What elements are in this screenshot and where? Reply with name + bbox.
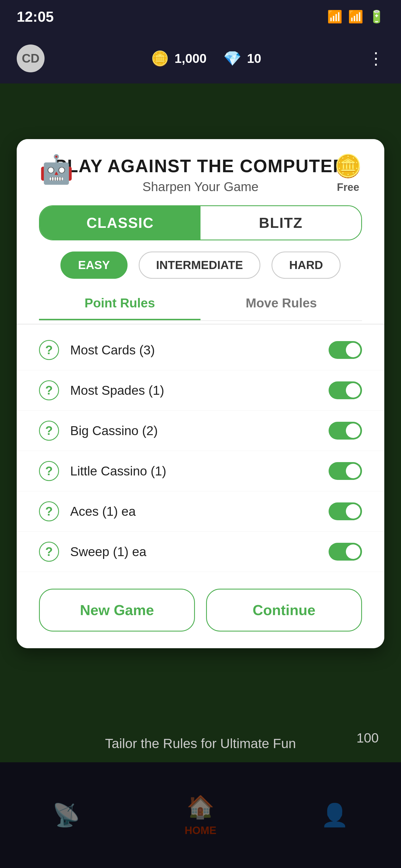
rule-item-big-cassino: ? Big Cassino (2)	[17, 411, 384, 451]
continue-button[interactable]: Continue	[206, 589, 362, 631]
status-bar: 12:05 📶 📶 🔋	[0, 0, 401, 33]
modal-header: 🤖 PLAY AGAINST THE COMPUTER Sharpen Your…	[17, 139, 384, 205]
tab-classic[interactable]: CLASSIC	[40, 206, 200, 240]
new-game-button[interactable]: New Game	[39, 589, 195, 631]
rules-tabs: Point Rules Move Rules	[39, 290, 362, 321]
toggle-knob-most-cards	[346, 343, 360, 357]
toggle-sweep[interactable]	[328, 543, 362, 561]
wifi-icon: 📶	[327, 9, 343, 24]
toggle-knob-aces	[346, 504, 360, 519]
game-mode-tabs: CLASSIC BLITZ	[39, 205, 362, 240]
tab-point-rules[interactable]: Point Rules	[39, 290, 200, 320]
difficulty-bar: EASY INTERMEDIATE HARD	[39, 251, 362, 279]
rule-label-most-spades: Most Spades (1)	[70, 383, 164, 398]
tab-blitz[interactable]: BLITZ	[200, 206, 361, 240]
rule-info-icon-aces[interactable]: ?	[39, 501, 59, 521]
rule-item-little-cassino: ? Little Cassino (1)	[17, 451, 384, 491]
modal-dialog: 🤖 PLAY AGAINST THE COMPUTER Sharpen Your…	[17, 139, 384, 648]
signal-icon: 📶	[348, 9, 364, 24]
rule-item-most-spades: ? Most Spades (1)	[17, 370, 384, 411]
toggle-most-spades[interactable]	[328, 381, 362, 399]
toggle-little-cassino[interactable]	[328, 462, 362, 480]
toggle-knob-little-cassino	[346, 464, 360, 478]
modal-footer: New Game Continue	[17, 578, 384, 648]
free-label: Free	[337, 181, 359, 193]
rule-item-aces: ? Aces (1) ea	[17, 491, 384, 532]
robot-icon: 🤖	[39, 153, 74, 186]
rule-label-little-cassino: Little Cassino (1)	[70, 464, 166, 478]
gem-icon: 💎	[223, 50, 241, 67]
toggle-big-cassino[interactable]	[328, 422, 362, 440]
free-badge: 🪙 Free	[334, 153, 362, 193]
rule-info-icon-little-cassino[interactable]: ?	[39, 461, 59, 481]
app-bar: CD 🪙 1,000 💎 10 ⋮	[0, 33, 401, 84]
avatar[interactable]: CD	[17, 44, 45, 72]
toggle-most-cards[interactable]	[328, 341, 362, 359]
status-time: 12:05	[17, 8, 54, 25]
coins-display: 🪙 1,000 💎 10	[151, 50, 261, 67]
rule-item-most-cards: ? Most Cards (3)	[17, 330, 384, 370]
coin-amount: 1,000	[175, 51, 207, 66]
status-icons: 📶 📶 🔋	[327, 9, 384, 24]
more-button[interactable]: ⋮	[368, 49, 384, 68]
rule-info-icon-most-cards[interactable]: ?	[39, 340, 59, 360]
bottom-score: 100	[356, 730, 379, 746]
free-coin-icon: 🪙	[334, 153, 362, 179]
rule-label-sweep: Sweep (1) ea	[70, 544, 146, 559]
tab-move-rules[interactable]: Move Rules	[200, 290, 362, 320]
rule-info-icon-sweep[interactable]: ?	[39, 542, 59, 562]
battery-icon: 🔋	[369, 9, 384, 24]
bottom-caption: Tailor the Rules for Ultimate Fun	[0, 736, 401, 751]
rule-item-sweep: ? Sweep (1) ea	[17, 532, 384, 572]
difficulty-hard[interactable]: HARD	[271, 251, 340, 279]
difficulty-easy[interactable]: EASY	[60, 251, 127, 279]
coin-icon: 🪙	[151, 50, 169, 67]
rule-label-big-cassino: Big Cassino (2)	[70, 423, 157, 438]
toggle-knob-big-cassino	[346, 424, 360, 438]
toggle-knob-most-spades	[346, 383, 360, 398]
rule-label-aces: Aces (1) ea	[70, 504, 136, 519]
rule-info-icon-big-cassino[interactable]: ?	[39, 421, 59, 441]
modal-subtitle: Sharpen Your Game	[39, 179, 362, 194]
modal-title: PLAY AGAINST THE COMPUTER	[39, 156, 362, 176]
rule-info-icon-most-spades[interactable]: ?	[39, 380, 59, 400]
gem-amount: 10	[247, 51, 261, 66]
rules-list: ? Most Cards (3) ? Most Spades (1) ? Big…	[17, 324, 384, 578]
difficulty-intermediate[interactable]: INTERMEDIATE	[139, 251, 261, 279]
toggle-knob-sweep	[346, 545, 360, 559]
rule-label-most-cards: Most Cards (3)	[70, 342, 155, 358]
toggle-aces[interactable]	[328, 502, 362, 520]
